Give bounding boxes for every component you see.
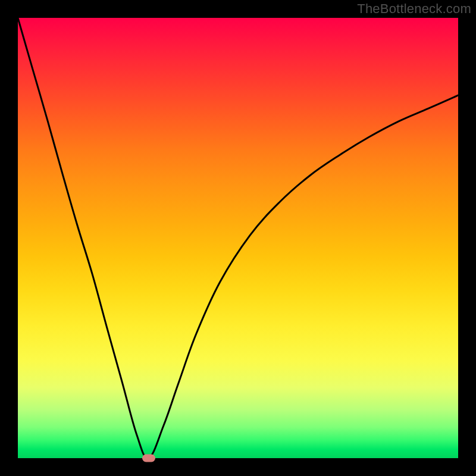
min-marker	[142, 455, 155, 462]
watermark-text: TheBottleneck.com	[357, 1, 471, 17]
chart-frame: TheBottleneck.com	[0, 0, 476, 476]
curve-svg	[18, 18, 458, 458]
plot-area	[18, 18, 458, 458]
bottleneck-curve-path	[18, 18, 458, 458]
